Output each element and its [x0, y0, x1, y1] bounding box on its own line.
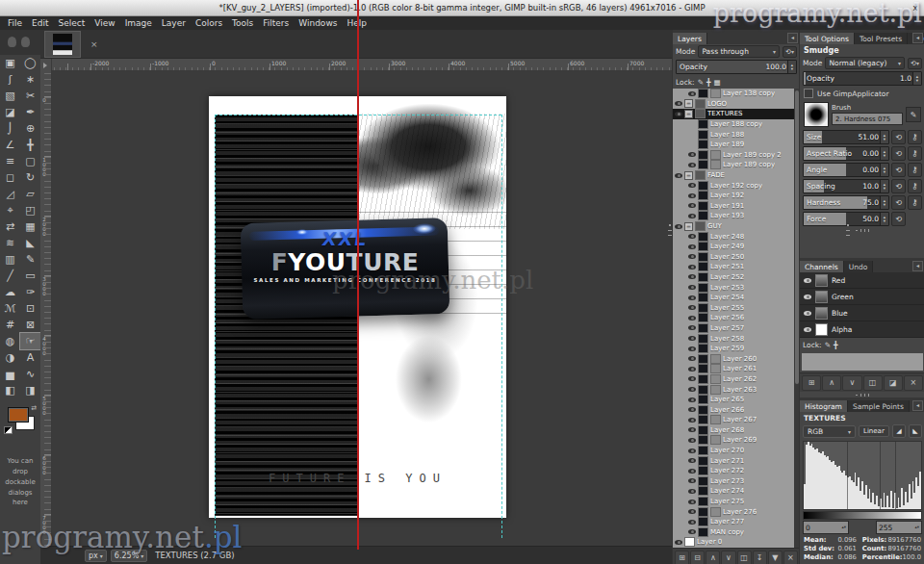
visibility-eye-icon[interactable]	[688, 387, 696, 392]
visibility-eye-icon[interactable]	[688, 295, 696, 300]
layer-row[interactable]: Layer 188 copy	[673, 119, 794, 130]
visibility-eye-icon[interactable]	[804, 295, 811, 299]
reset-icon[interactable]: ⟲	[891, 179, 906, 193]
layer-row[interactable]: Layer 260	[673, 353, 794, 364]
layer-row[interactable]: Layer 189 copy 2	[673, 150, 794, 161]
layer-row[interactable]: Layer 258	[673, 333, 794, 344]
layer-row[interactable]: Layer 261	[673, 364, 794, 374]
opacity-slider[interactable]: Opacity 1.0	[803, 71, 922, 86]
paint-mode-dropdown[interactable]: Normal (legacy)	[825, 57, 905, 69]
shear-tool[interactable]: ▱	[20, 186, 40, 202]
bucket-fill-tool[interactable]: ◣	[20, 235, 40, 251]
layer-mode-dropdown[interactable]: Pass through	[698, 45, 780, 58]
layer-row[interactable]: Layer 270	[673, 446, 794, 456]
color-picker-tool[interactable]: ⌡	[0, 120, 20, 137]
linear-histogram-icon[interactable]: ◢	[892, 424, 906, 438]
visibility-eye-icon[interactable]	[688, 254, 696, 259]
ruler-origin-button[interactable]	[40, 59, 52, 71]
expander-icon[interactable]	[684, 110, 693, 118]
tab-histogram[interactable]: Histogram	[800, 400, 848, 412]
delete-channel-button[interactable]: ×	[904, 375, 923, 391]
spinner-buttons[interactable]: ▴▾	[914, 526, 919, 529]
visibility-eye-icon[interactable]	[688, 346, 696, 351]
delete-layer-button[interactable]: ×	[783, 551, 798, 564]
visibility-eye-icon[interactable]	[675, 173, 682, 178]
layer-row[interactable]: Layer 277	[673, 517, 794, 527]
brush-thumbnail[interactable]	[804, 102, 829, 127]
visibility-eye-icon[interactable]	[804, 278, 811, 283]
layer-row[interactable]: MAN copy	[673, 527, 794, 538]
warp-transform-tool[interactable]: ≋	[0, 235, 20, 251]
mode-switch-button[interactable]: ⟲	[783, 46, 797, 58]
title-bar[interactable]: *[KV_guy_2_LAYERS] (imported)-1.0 (RGB c…	[0, 0, 924, 16]
expander-icon[interactable]	[684, 222, 693, 231]
ink-tool[interactable]: ✑	[20, 284, 40, 300]
expander-icon[interactable]	[684, 171, 693, 180]
menu-item[interactable]: Edit	[27, 16, 53, 30]
dock-drag-handle[interactable]	[846, 223, 850, 239]
layer-row[interactable]: Layer 267	[673, 415, 794, 425]
layer-row[interactable]: LOGO	[673, 99, 794, 110]
blur-sharpen-tool[interactable]: ◍	[0, 333, 20, 349]
layer-row[interactable]: Layer 256	[673, 313, 794, 323]
channel-row[interactable]: Green	[800, 289, 924, 305]
channel-to-selection-button[interactable]: ◪	[884, 375, 903, 391]
channel-row[interactable]: Alpha	[800, 321, 924, 338]
lock-pixels-icon[interactable]: ✎	[825, 341, 831, 349]
spinner-buttons[interactable]	[880, 213, 888, 225]
spinner-buttons[interactable]	[880, 131, 888, 143]
spinner-buttons[interactable]	[880, 196, 888, 209]
layer-row[interactable]: Layer 138 copy	[673, 89, 794, 99]
reset-icon[interactable]: ⟲	[891, 212, 906, 226]
rectangle-select-tool[interactable]: ▣	[0, 55, 20, 71]
lock-position-icon[interactable]: ╋	[706, 78, 711, 87]
zoom-tool[interactable]: ⊕	[20, 120, 40, 137]
angle-slider[interactable]: Angle 0.00	[803, 163, 889, 177]
layer-row[interactable]: Layer 189	[673, 140, 794, 150]
tab-channels[interactable]: Channels	[800, 261, 844, 272]
lock-alpha-icon[interactable]: ▦	[713, 78, 720, 87]
curves-tool[interactable]: ∿	[20, 366, 40, 382]
lock-position-icon[interactable]: ╋	[834, 341, 838, 349]
visibility-eye-icon[interactable]	[688, 325, 696, 330]
layer-row[interactable]: Layer 253	[673, 282, 794, 293]
layer-row[interactable]: Layer 272	[673, 466, 794, 476]
visibility-eye-icon[interactable]	[688, 469, 696, 474]
visibility-eye-icon[interactable]	[688, 316, 696, 320]
airbrush-tool[interactable]: ☁	[0, 284, 20, 300]
visibility-eye-icon[interactable]	[688, 458, 696, 463]
layer-row[interactable]: Layer 259	[673, 344, 794, 354]
layer-row[interactable]: Layer 271	[673, 455, 794, 466]
anchor-layer-button[interactable]: ↧	[753, 551, 767, 564]
align-tool[interactable]: ≡	[0, 153, 20, 169]
levels-tool[interactable]: ▅	[0, 366, 20, 382]
panel-menu-icon[interactable]: ◂	[912, 33, 923, 43]
layer-row[interactable]: Layer 269	[673, 435, 794, 446]
unit-dropdown[interactable]: px	[85, 550, 107, 562]
menu-item[interactable]: Filters	[258, 16, 294, 30]
layer-row[interactable]: Layer 188	[673, 129, 794, 140]
scissors-select-tool[interactable]: ✂	[20, 88, 40, 104]
visibility-eye-icon[interactable]	[675, 224, 682, 229]
linear-toggle-button[interactable]: Linear	[859, 425, 889, 437]
layer-row[interactable]: Layer 252	[673, 272, 794, 283]
panel-menu-icon[interactable]: ◂	[912, 400, 923, 411]
visibility-eye-icon[interactable]	[688, 183, 696, 188]
layer-row[interactable]: Layer 193	[673, 211, 794, 221]
lock-pixels-icon[interactable]: ✎	[698, 78, 704, 87]
raise-channel-button[interactable]: ∧	[822, 375, 841, 391]
free-select-tool[interactable]: ʃ	[0, 71, 20, 88]
visibility-eye-icon[interactable]	[688, 152, 696, 157]
flip-tool[interactable]: ⇄	[0, 218, 20, 235]
default-colors-icon[interactable]	[4, 426, 13, 434]
lower-layer-button[interactable]: ∨	[721, 551, 735, 564]
visibility-eye-icon[interactable]	[804, 311, 811, 316]
new-channel-button[interactable]: ⊞	[802, 375, 821, 391]
spinner-buttons[interactable]	[880, 147, 888, 160]
visibility-eye-icon[interactable]	[688, 418, 696, 423]
link-brush-icon[interactable]: ⚷	[908, 130, 922, 144]
measure-tool[interactable]: ∠	[0, 137, 20, 153]
threshold-tool[interactable]: ◧	[0, 382, 20, 398]
mode-switch-button[interactable]: ⟲	[908, 58, 922, 69]
link-brush-icon[interactable]: ⚷	[908, 195, 922, 210]
